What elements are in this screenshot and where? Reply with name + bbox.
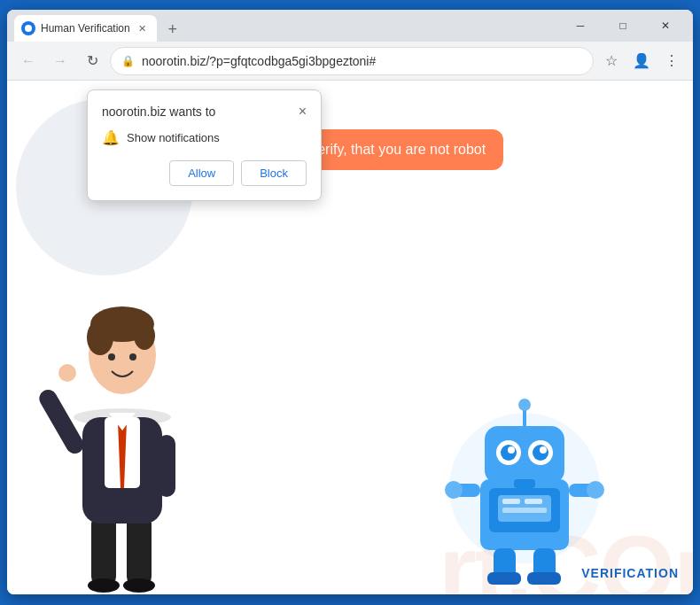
tab-close-button[interactable]: ✕	[136, 21, 150, 35]
url-text: noorotin.biz/?p=gfqtcodbga5gi3bpgeztoni#	[142, 54, 582, 68]
close-button[interactable]: ✕	[645, 10, 686, 42]
popup-title: noorotin.biz wants to	[102, 105, 215, 119]
verification-label: VERIFICATION	[581, 566, 679, 580]
active-tab[interactable]: Human Verification ✕	[14, 15, 157, 42]
popup-header: noorotin.biz wants to ×	[102, 105, 307, 119]
address-bar[interactable]: 🔒 noorotin.biz/?p=gfqtcodbga5gi3bpgezton…	[110, 47, 594, 75]
popup-buttons: Allow Block	[102, 160, 307, 186]
window-controls: ─ □ ✕	[560, 10, 686, 42]
bookmark-button[interactable]: ☆	[597, 47, 626, 75]
svg-rect-35	[514, 479, 535, 488]
profile-button[interactable]: 👤	[627, 47, 656, 75]
menu-button[interactable]: ⋮	[657, 47, 686, 75]
svg-point-39	[587, 481, 604, 499]
svg-rect-2	[91, 515, 116, 586]
maximize-button[interactable]: □	[603, 10, 643, 42]
svg-point-10	[58, 364, 76, 382]
svg-point-5	[123, 578, 155, 593]
nav-actions: ☆ 👤 ⋮	[597, 47, 686, 75]
block-button[interactable]: Block	[241, 160, 307, 186]
svg-point-30	[533, 445, 548, 461]
svg-rect-9	[36, 386, 87, 456]
browser-window: Human Verification ✕ + ─ □ ✕ ← → ↻ 🔒 noo…	[7, 10, 693, 594]
notification-label: Show notifications	[127, 131, 220, 144]
svg-point-15	[134, 322, 155, 350]
svg-point-32	[540, 446, 547, 454]
svg-rect-23	[502, 499, 520, 504]
svg-rect-43	[527, 572, 561, 585]
svg-rect-42	[487, 572, 521, 585]
title-bar: Human Verification ✕ + ─ □ ✕	[7, 10, 693, 42]
bell-icon: 🔔	[102, 129, 120, 146]
svg-rect-25	[502, 508, 547, 513]
svg-point-17	[129, 353, 136, 361]
person-illustration	[34, 258, 211, 594]
popup-notification-row: 🔔 Show notifications	[102, 129, 307, 146]
svg-point-37	[445, 481, 463, 499]
back-button[interactable]: ←	[14, 47, 43, 75]
robot-illustration	[445, 391, 604, 586]
popup-close-button[interactable]: ×	[299, 105, 307, 119]
svg-point-4	[88, 578, 120, 593]
refresh-button[interactable]: ↻	[78, 47, 106, 75]
new-tab-button[interactable]: +	[160, 17, 185, 42]
lock-icon: 🔒	[121, 55, 135, 67]
tab-strip: Human Verification ✕ +	[14, 10, 560, 42]
svg-point-34	[518, 399, 531, 411]
svg-rect-24	[525, 499, 542, 504]
tab-favicon	[21, 21, 35, 35]
svg-rect-11	[158, 435, 175, 497]
svg-point-16	[108, 353, 115, 361]
svg-point-14	[87, 320, 113, 355]
minimize-button[interactable]: ─	[560, 10, 601, 42]
svg-rect-3	[127, 515, 152, 586]
svg-point-29	[501, 445, 517, 461]
page-content: rt.COm noorotin.biz wants to × 🔔 Show no…	[7, 81, 693, 594]
svg-point-31	[508, 446, 515, 454]
notification-popup: noorotin.biz wants to × 🔔 Show notificat…	[87, 89, 322, 201]
tab-title: Human Verification	[41, 22, 130, 35]
navigation-bar: ← → ↻ 🔒 noorotin.biz/?p=gfqtcodbga5gi3bp…	[7, 42, 693, 81]
forward-button[interactable]: →	[46, 47, 74, 75]
allow-button[interactable]: Allow	[169, 160, 234, 186]
